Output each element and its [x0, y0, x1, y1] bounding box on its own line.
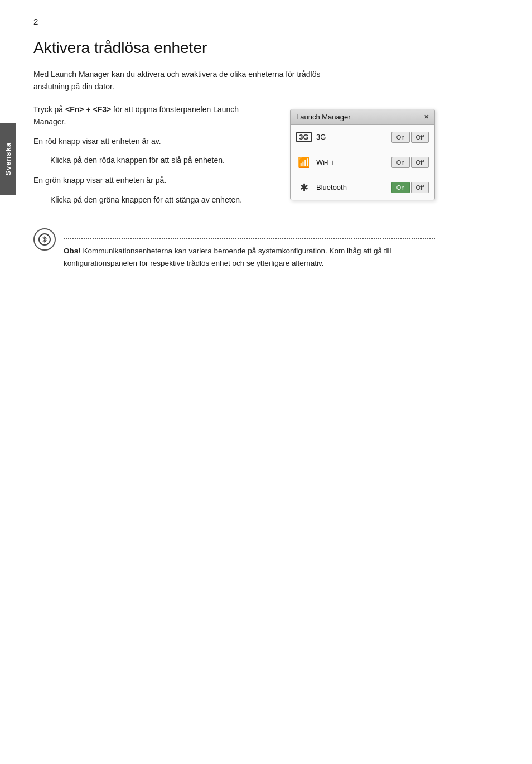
bluetooth-toggle-buttons: On Off: [391, 182, 429, 193]
page-title: Aktivera trådlösa enheter: [33, 39, 504, 57]
sidebar-label: Svenska: [4, 142, 12, 176]
device-row-3g: 3G 3G On Off: [291, 125, 434, 150]
step3-indent-text: Klicka på den gröna knappen för att stän…: [50, 194, 273, 206]
content-area: Tryck på <Fn> + <F3> för att öppna fönst…: [33, 103, 504, 214]
wifi-off-button[interactable]: Off: [411, 157, 429, 168]
wifi-toggle-buttons: On Off: [391, 157, 429, 168]
step3-text: En grön knapp visar att enheten är på.: [33, 174, 273, 186]
page-number: 2: [33, 17, 38, 26]
bluetooth-off-button[interactable]: Off: [411, 182, 429, 193]
device-name-3g: 3G: [316, 133, 387, 141]
device-row-bluetooth: ✱ Bluetooth On Off: [291, 175, 434, 200]
step2-indent-text: Klicka på den röda knappen för att slå p…: [50, 154, 273, 166]
note-dotted-line: [64, 238, 435, 239]
device-name-wifi: Wi-Fi: [316, 158, 387, 166]
sidebar-tab: Svenska: [0, 123, 16, 195]
note-icon: [33, 228, 56, 251]
3g-toggle-buttons: On Off: [391, 132, 429, 143]
3g-icon: 3G: [296, 129, 312, 145]
launch-manager-title: Launch Manager: [296, 113, 351, 121]
step1-text: Tryck på <Fn> + <F3> för att öppna fönst…: [33, 103, 273, 128]
bluetooth-icon: ✱: [296, 180, 312, 195]
3g-on-button[interactable]: On: [391, 132, 410, 143]
wifi-icon: 📶: [296, 155, 312, 170]
launch-manager-close-button[interactable]: ×: [424, 113, 429, 121]
intro-paragraph: Med Launch Manager kan du aktivera och a…: [33, 68, 346, 93]
key-fn: <Fn>: [65, 105, 84, 114]
launch-manager-dialog: Launch Manager × 3G 3G On Off 📶 Wi-Fi: [290, 109, 435, 200]
key-f3: <F3>: [93, 105, 111, 114]
wifi-on-button[interactable]: On: [391, 157, 410, 168]
step2-text: En röd knapp visar att enheten är av.: [33, 135, 273, 147]
note-text-content: Kommunikationsenheterna kan variera bero…: [64, 247, 391, 267]
device-name-bluetooth: Bluetooth: [316, 183, 387, 191]
3g-off-button[interactable]: Off: [411, 132, 429, 143]
note-paragraph: Obs! Kommunikationsenheterna kan variera…: [64, 245, 432, 269]
text-column: Tryck på <Fn> + <F3> för att öppna fönst…: [33, 103, 273, 214]
note-bold-label: Obs!: [64, 247, 81, 255]
device-row-wifi: 📶 Wi-Fi On Off: [291, 150, 434, 175]
bluetooth-on-button[interactable]: On: [391, 182, 410, 193]
launch-manager-header: Launch Manager ×: [291, 109, 434, 125]
